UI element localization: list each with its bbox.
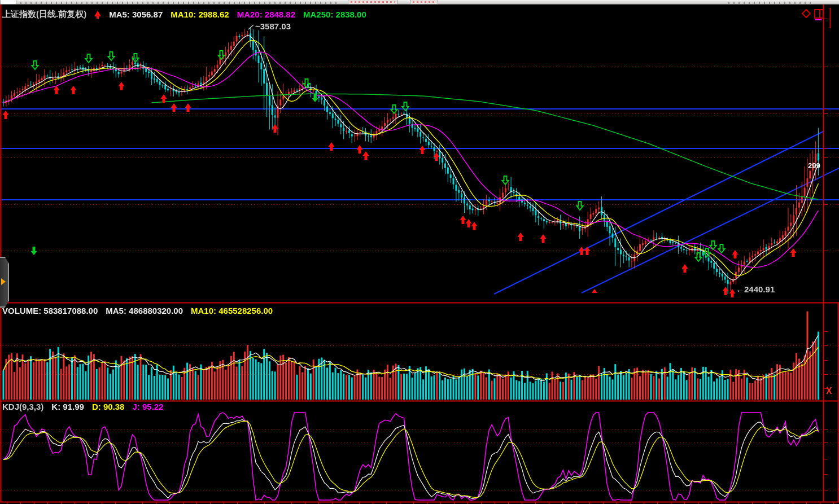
chart-corner-controls <box>802 9 824 20</box>
close-indicator-button[interactable]: X <box>826 386 832 396</box>
menubar-red-button-2[interactable] <box>410 0 438 5</box>
menubar-items-clipped <box>20 2 337 4</box>
chart-canvas[interactable] <box>0 0 839 504</box>
menubar-red-button-1[interactable] <box>348 0 397 5</box>
trading-app-window: { "colors":{"up":"#e93030","down":"#00d8… <box>0 0 839 504</box>
menubar-icon-button[interactable] <box>1 0 16 5</box>
sidebar-flyout-handle[interactable] <box>0 257 9 308</box>
diamond-icon[interactable] <box>802 9 811 18</box>
minimize-dash-icon <box>815 19 821 20</box>
menubar-right-clipped <box>728 2 813 4</box>
expand-right-icon <box>1 278 6 285</box>
menubar[interactable] <box>0 0 839 5</box>
window-split-icon[interactable] <box>814 9 824 20</box>
